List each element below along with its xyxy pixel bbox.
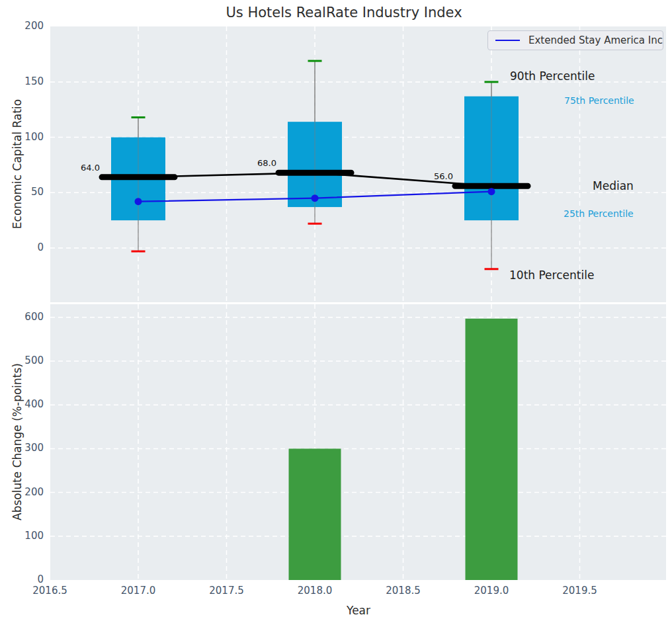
bottom-plot-area [50, 304, 666, 580]
bottom-y-tick-label: 0 [5, 573, 44, 585]
legend-label: Extended Stay America Inc [528, 34, 663, 46]
bottom-y-tick-label: 600 [5, 311, 44, 323]
top-y-tick-label: 200 [5, 20, 44, 32]
legend-line-sample [495, 40, 520, 41]
x-tick-label: 2019.5 [554, 585, 607, 597]
x-tick-label: 2016.5 [24, 585, 77, 597]
legend: Extended Stay America Inc [487, 30, 663, 50]
x-tick-label: 2017.5 [200, 585, 253, 597]
top-plot-area [50, 26, 666, 302]
top-y-tick-label: 0 [5, 241, 44, 253]
x-axis-label: Year [347, 604, 370, 617]
bottom-y-tick-label: 100 [5, 530, 44, 542]
annotation-75th-percentile: 75th Percentile [564, 95, 634, 106]
change-bar [466, 319, 518, 580]
top-y-axis-label: Economic Capital Ratio [11, 99, 24, 229]
annotation-90th-percentile: 90th Percentile [510, 69, 595, 83]
company-point [488, 188, 495, 195]
median-value-label: 68.0 [257, 158, 276, 168]
top-y-tick-label: 150 [5, 75, 44, 87]
annotation-median: Median [593, 179, 634, 192]
change-bar [289, 448, 341, 580]
company-point [135, 198, 142, 205]
company-point [312, 194, 319, 202]
bottom-y-axis-label: Absolute Change (%-points) [11, 363, 24, 520]
median-value-label: 56.0 [434, 171, 453, 181]
median-value-label: 64.0 [81, 163, 100, 173]
x-tick-label: 2018.0 [288, 585, 341, 597]
annotation-10th-percentile: 10th Percentile [509, 269, 594, 282]
chart-title: Us Hotels RealRate Industry Index [226, 5, 462, 21]
annotation-25th-percentile: 25th Percentile [564, 208, 634, 219]
figure: Us Hotels RealRate Industry Index Econom… [0, 0, 672, 623]
x-tick-label: 2017.0 [112, 585, 165, 597]
x-tick-label: 2018.5 [377, 585, 430, 597]
x-tick-label: 2019.0 [465, 585, 518, 597]
